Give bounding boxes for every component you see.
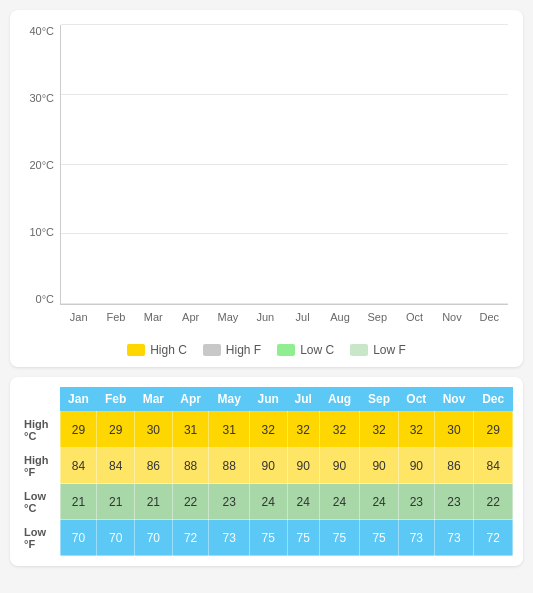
y-axis-label: 30°C xyxy=(20,92,58,104)
table-cell: 88 xyxy=(209,448,249,484)
row-label: Low °F xyxy=(20,520,60,556)
table-cell: 23 xyxy=(398,484,434,520)
y-axis-label: 10°C xyxy=(20,226,58,238)
chart-area: 0°C10°C20°C30°C40°C JanFebMarAprMayJunJu… xyxy=(60,25,508,335)
bars-area xyxy=(60,25,508,305)
table-cell: 29 xyxy=(97,412,135,448)
table-cell: 86 xyxy=(434,448,474,484)
table-cell: 70 xyxy=(60,520,97,556)
temperature-table: JanFebMarAprMayJunJulAugSepOctNovDec Hig… xyxy=(20,387,513,556)
x-label-jun: Jun xyxy=(247,307,284,335)
table-header-month: Apr xyxy=(172,387,209,412)
legend-swatch-high-f xyxy=(203,344,221,356)
legend-label-high-c: High C xyxy=(150,343,187,357)
table-cell: 23 xyxy=(434,484,474,520)
table-cell: 84 xyxy=(97,448,135,484)
table-cell: 24 xyxy=(249,484,287,520)
table-header-month: May xyxy=(209,387,249,412)
legend-label-low-c: Low C xyxy=(300,343,334,357)
row-label: High °F xyxy=(20,448,60,484)
table-cell: 22 xyxy=(474,484,513,520)
table-cell: 70 xyxy=(97,520,135,556)
table-cell: 90 xyxy=(360,448,399,484)
table-header-month: Feb xyxy=(97,387,135,412)
table-row: High °C292930313132323232323029 xyxy=(20,412,513,448)
table-header-month: Sep xyxy=(360,387,399,412)
table-cell: 29 xyxy=(60,412,97,448)
legend-low-f: Low F xyxy=(350,343,406,357)
legend-high-f: High F xyxy=(203,343,261,357)
legend-swatch-high-c xyxy=(127,344,145,356)
data-table-container: JanFebMarAprMayJunJulAugSepOctNovDec Hig… xyxy=(10,377,523,566)
legend-label-high-f: High F xyxy=(226,343,261,357)
table-cell: 73 xyxy=(398,520,434,556)
row-label: High °C xyxy=(20,412,60,448)
table-cell: 75 xyxy=(360,520,399,556)
x-label-jan: Jan xyxy=(60,307,97,335)
table-cell: 24 xyxy=(319,484,359,520)
table-cell: 72 xyxy=(172,520,209,556)
table-cell: 90 xyxy=(398,448,434,484)
legend-swatch-low-c xyxy=(277,344,295,356)
x-label-sep: Sep xyxy=(359,307,396,335)
table-cell: 24 xyxy=(287,484,319,520)
table-row: High °F848486888890909090908684 xyxy=(20,448,513,484)
table-cell: 32 xyxy=(249,412,287,448)
legend-label-low-f: Low F xyxy=(373,343,406,357)
x-label-nov: Nov xyxy=(433,307,470,335)
table-header-label xyxy=(20,387,60,412)
table-cell: 75 xyxy=(249,520,287,556)
table-row: Low °F707070727375757575737372 xyxy=(20,520,513,556)
table-cell: 30 xyxy=(434,412,474,448)
table-header-month: Jan xyxy=(60,387,97,412)
table-header-month: Dec xyxy=(474,387,513,412)
table-cell: 32 xyxy=(360,412,399,448)
table-cell: 29 xyxy=(474,412,513,448)
x-label-oct: Oct xyxy=(396,307,433,335)
table-cell: 75 xyxy=(319,520,359,556)
x-label-apr: Apr xyxy=(172,307,209,335)
table-cell: 86 xyxy=(135,448,173,484)
table-cell: 90 xyxy=(287,448,319,484)
chart-legend: High C High F Low C Low F xyxy=(20,343,513,357)
table-header-month: Oct xyxy=(398,387,434,412)
x-label-mar: Mar xyxy=(135,307,172,335)
table-cell: 90 xyxy=(319,448,359,484)
table-header-month: Nov xyxy=(434,387,474,412)
x-label-dec: Dec xyxy=(471,307,508,335)
table-cell: 22 xyxy=(172,484,209,520)
table-cell: 75 xyxy=(287,520,319,556)
table-header-month: Aug xyxy=(319,387,359,412)
table-cell: 32 xyxy=(398,412,434,448)
table-cell: 21 xyxy=(135,484,173,520)
table-cell: 84 xyxy=(474,448,513,484)
table-cell: 30 xyxy=(135,412,173,448)
y-axis-label: 40°C xyxy=(20,25,58,37)
table-cell: 31 xyxy=(209,412,249,448)
row-label: Low °C xyxy=(20,484,60,520)
y-axis: 0°C10°C20°C30°C40°C xyxy=(20,25,58,305)
table-cell: 90 xyxy=(249,448,287,484)
table-cell: 24 xyxy=(360,484,399,520)
x-label-may: May xyxy=(209,307,246,335)
table-cell: 23 xyxy=(209,484,249,520)
table-cell: 21 xyxy=(97,484,135,520)
table-cell: 21 xyxy=(60,484,97,520)
y-axis-label: 0°C xyxy=(20,293,58,305)
table-cell: 72 xyxy=(474,520,513,556)
y-axis-label: 20°C xyxy=(20,159,58,171)
legend-high-c: High C xyxy=(127,343,187,357)
table-cell: 73 xyxy=(209,520,249,556)
table-cell: 31 xyxy=(172,412,209,448)
table-cell: 88 xyxy=(172,448,209,484)
table-cell: 70 xyxy=(135,520,173,556)
x-label-jul: Jul xyxy=(284,307,321,335)
table-cell: 84 xyxy=(60,448,97,484)
table-cell: 32 xyxy=(287,412,319,448)
x-label-feb: Feb xyxy=(97,307,134,335)
legend-swatch-low-f xyxy=(350,344,368,356)
table-cell: 73 xyxy=(434,520,474,556)
table-header-month: Jul xyxy=(287,387,319,412)
x-label-aug: Aug xyxy=(321,307,358,335)
table-row: Low °C212121222324242424232322 xyxy=(20,484,513,520)
